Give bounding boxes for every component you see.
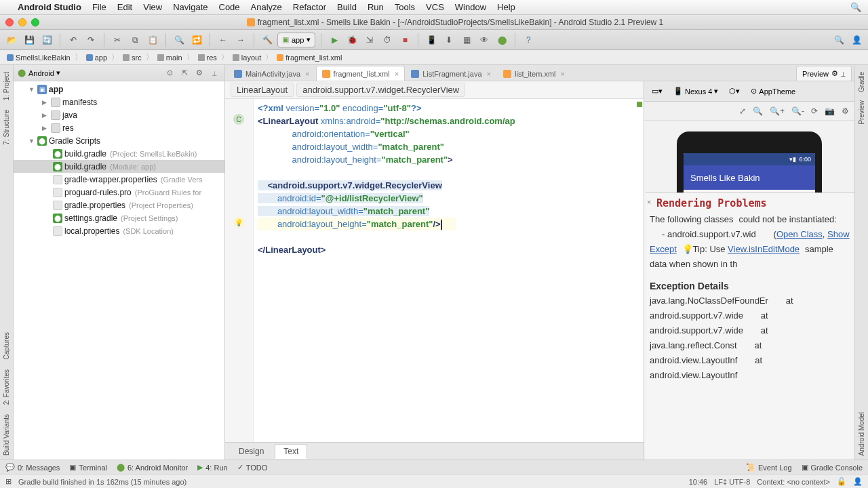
context-label[interactable]: Context: <no context> xyxy=(757,478,830,486)
tree-manifests[interactable]: ▶manifests xyxy=(14,96,224,108)
edge-preview[interactable]: Preview xyxy=(856,96,867,129)
hector-icon[interactable]: 👤 xyxy=(853,477,863,486)
crumb-app[interactable]: app xyxy=(83,54,110,62)
tree-app[interactable]: ▼▣app xyxy=(14,83,224,96)
tree-item[interactable]: ⬤build.gradle(Project: SmellsLikeBakin) xyxy=(14,147,224,160)
menu-window[interactable]: Window xyxy=(455,2,486,12)
undo-icon[interactable]: ↶ xyxy=(66,33,81,47)
stop-icon[interactable]: ■ xyxy=(397,33,412,47)
menu-refactor[interactable]: Refactor xyxy=(293,2,326,12)
run-tab[interactable]: ▶4: Run xyxy=(197,463,227,472)
tree-item[interactable]: gradle.properties(Project Properties) xyxy=(14,199,224,211)
tree-java[interactable]: ▶java xyxy=(14,108,224,121)
edge-captures[interactable]: Captures xyxy=(1,328,12,364)
run-config-select[interactable]: ▣app▾ xyxy=(277,33,315,47)
edge-gradle[interactable]: Gradle xyxy=(856,68,867,96)
window-maximize-button[interactable] xyxy=(31,18,39,26)
crumb-project[interactable]: SmellsLikeBakin xyxy=(4,54,73,62)
zoom-fit-icon[interactable]: ⤢ xyxy=(739,106,746,116)
android-icon[interactable]: ⬤ xyxy=(494,33,509,47)
design-tab[interactable]: Design xyxy=(231,445,272,458)
copy-icon[interactable]: ⧉ xyxy=(127,33,142,47)
tree-item[interactable]: gradle-wrapper.properties(Gradle Vers xyxy=(14,173,224,186)
replace-icon[interactable]: 🔁 xyxy=(189,33,204,47)
theme-select[interactable]: ⊙AppTheme xyxy=(747,85,799,98)
redo-icon[interactable]: ↷ xyxy=(83,33,98,47)
line-sep-encoding[interactable]: LF‡ UTF-8 xyxy=(714,478,750,486)
menu-edit[interactable]: Edit xyxy=(117,2,132,12)
menu-tools[interactable]: Tools xyxy=(395,2,415,12)
android-monitor-tab[interactable]: ⬤6: Android Monitor xyxy=(117,463,188,472)
code-body[interactable]: <?xml version="1.0" encoding="utf-8"?> <… xyxy=(225,99,644,442)
account-icon[interactable]: 👤 xyxy=(849,33,864,47)
layout-icon[interactable]: ▦ xyxy=(459,33,474,47)
api-select[interactable]: ⬡▾ xyxy=(726,85,743,98)
hide-icon[interactable]: ⟂ xyxy=(841,70,846,78)
menu-help[interactable]: Help xyxy=(497,2,515,12)
lock-icon[interactable]: 🔓 xyxy=(837,477,846,486)
close-icon[interactable]: × xyxy=(561,70,565,78)
crumb-res[interactable]: res xyxy=(195,54,220,62)
gear-icon[interactable]: ⚙ xyxy=(831,69,838,78)
todo-tab[interactable]: ✓TODO xyxy=(237,463,268,472)
project-view-select[interactable]: Android▾ xyxy=(28,68,60,77)
save-icon[interactable]: 💾 xyxy=(22,33,37,47)
menu-run[interactable]: Run xyxy=(368,2,384,12)
open-class-link[interactable]: Open Class xyxy=(776,229,823,239)
zoom-out-icon[interactable]: 🔍- xyxy=(791,106,804,116)
close-icon[interactable]: × xyxy=(305,70,309,78)
profile-icon[interactable]: ⏱ xyxy=(380,33,395,47)
window-close-button[interactable] xyxy=(5,18,14,26)
run-icon[interactable]: ▶ xyxy=(327,33,342,47)
edge-favorites[interactable]: 2: Favorites xyxy=(1,365,12,409)
close-icon[interactable]: × xyxy=(487,70,491,78)
settings-icon[interactable]: ⚙ xyxy=(842,106,849,116)
gradle-console-tab[interactable]: ▣Gradle Console xyxy=(802,463,863,472)
zoom-reset-icon[interactable]: 🔍 xyxy=(753,106,763,116)
project-tree[interactable]: ▼▣app ▶manifests ▶java ▶res ▼⬤Gradle Scr… xyxy=(14,81,224,460)
menu-code[interactable]: Code xyxy=(219,2,240,12)
panel-hide-icon[interactable]: ⟂ xyxy=(208,67,220,79)
edge-android-model[interactable]: Android Model xyxy=(856,408,867,460)
forward-icon[interactable]: → xyxy=(233,33,248,47)
menu-navigate[interactable]: Navigate xyxy=(173,2,208,12)
close-icon[interactable]: × xyxy=(647,195,651,209)
collapse-all-icon[interactable]: ⇱ xyxy=(178,67,191,79)
device-select[interactable]: 📱Nexus 4▾ xyxy=(670,85,722,98)
crumb-layout[interactable]: layout xyxy=(230,54,264,62)
tree-item[interactable]: proguard-rules.pro(ProGuard Rules for xyxy=(14,186,224,199)
window-minimize-button[interactable] xyxy=(18,18,26,26)
tree-item[interactable]: local.properties(SDK Location) xyxy=(14,224,224,237)
tree-gradle-scripts[interactable]: ▼⬤Gradle Scripts xyxy=(14,134,224,147)
orientation-select[interactable]: ▭▾ xyxy=(648,85,666,98)
help-icon[interactable]: ? xyxy=(521,33,536,47)
open-icon[interactable]: 📂 xyxy=(4,33,19,47)
sync-icon[interactable]: 🔄 xyxy=(39,33,54,47)
attach-icon[interactable]: ⇲ xyxy=(362,33,377,47)
event-log-tab[interactable]: 📜Event Log xyxy=(746,463,792,472)
tree-item[interactable]: ⬤build.gradle(Module: app) xyxy=(14,160,224,173)
tab-mainactivity[interactable]: MainActivity.java× xyxy=(228,66,316,81)
avd-icon[interactable]: 📱 xyxy=(424,33,439,47)
close-icon[interactable]: × xyxy=(395,70,399,78)
menu-app[interactable]: Android Studio xyxy=(18,2,81,12)
make-icon[interactable]: 🔨 xyxy=(260,33,275,47)
terminal-tab[interactable]: ▣Terminal xyxy=(69,463,107,472)
edge-structure[interactable]: 7: Structure xyxy=(1,106,12,149)
monitor-icon[interactable]: 👁 xyxy=(477,33,492,47)
preview-tool-button[interactable]: Preview⚙⟂ xyxy=(796,66,852,81)
debug-icon[interactable]: 🐞 xyxy=(344,33,359,47)
find-icon[interactable]: 🔍 xyxy=(172,33,186,47)
messages-tab[interactable]: 💬0: Messages xyxy=(5,463,60,472)
crumb-file[interactable]: fragment_list.xml xyxy=(274,54,344,62)
tab-listfragment[interactable]: ListFragment.java× xyxy=(405,66,497,81)
refresh-icon[interactable]: ⟳ xyxy=(811,106,818,116)
menu-build[interactable]: Build xyxy=(337,2,357,12)
search-everywhere-icon[interactable]: 🔍 xyxy=(831,33,846,47)
sdk-icon[interactable]: ⬇ xyxy=(441,33,456,47)
tree-item[interactable]: ⬤settings.gradle(Project Settings) xyxy=(14,211,224,224)
edit-mode-link[interactable]: View.isInEditMode xyxy=(728,244,800,254)
crumb-src[interactable]: src xyxy=(120,54,144,62)
tab-fragment-list[interactable]: fragment_list.xml× xyxy=(316,66,406,81)
menu-vcs[interactable]: VCS xyxy=(426,2,444,12)
